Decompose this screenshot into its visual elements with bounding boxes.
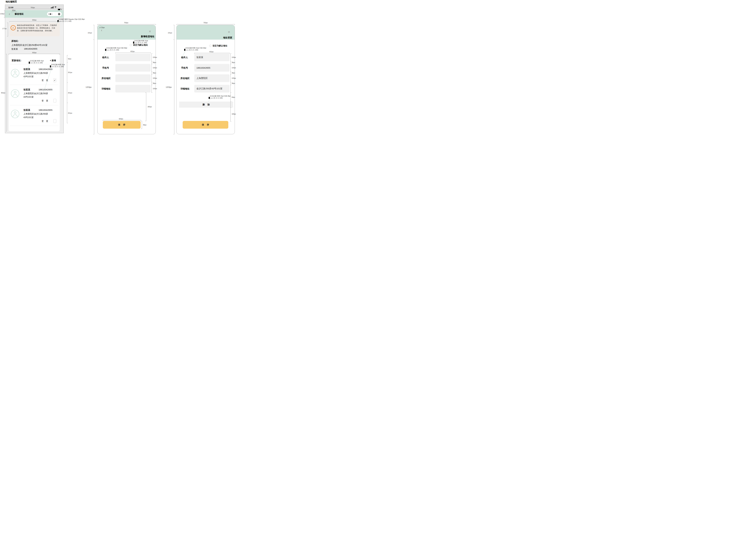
capsule-divider	[55, 13, 55, 15]
default-address-radio[interactable]	[130, 44, 132, 46]
change-checkbox[interactable]: ✓	[53, 78, 56, 82]
region-input[interactable]	[115, 74, 151, 82]
delete-button[interactable]: 删 除	[179, 102, 233, 108]
detail-input[interactable]: 金沙江路250弄43号101室	[194, 85, 230, 93]
field-label-recipient: 收件人	[181, 56, 188, 59]
dim-96px: 96px	[143, 124, 147, 126]
ruler-tick	[103, 120, 103, 121]
add-address-button[interactable]: + 新增	[50, 59, 56, 62]
original-address-label: 原地址:	[11, 40, 19, 43]
dim-365px: 365px	[148, 106, 152, 108]
region-input[interactable]: 上海普陀区	[194, 74, 230, 82]
ruler-tick	[230, 121, 231, 122]
dim-261px: 261px	[68, 112, 72, 114]
change-label[interactable]: 变 更	[42, 120, 49, 123]
ruler-tick	[141, 129, 142, 129]
default-address-radio[interactable]	[209, 45, 211, 47]
dim-650px-warning: 650px	[32, 19, 37, 21]
ruler-tick	[230, 72, 231, 72]
ruler-tick	[230, 108, 231, 108]
avatar-icon	[11, 69, 19, 77]
dim-1203px: 1203px	[86, 86, 91, 88]
save-button[interactable]: 保 存	[103, 121, 141, 129]
dim-261px: 261px	[68, 72, 72, 73]
phone1-nav-title: 修改地址	[15, 13, 24, 15]
cmyk-note: CMYK(0, 0, 0, 100)	[29, 62, 43, 64]
close-icon[interactable]: ✕	[149, 30, 151, 33]
cmyk-note: CMYK(0, 0, 0, 100)	[50, 65, 64, 67]
item-phone: 18618342655	[39, 109, 52, 111]
dim-177px: 177px	[2, 28, 7, 29]
phone2-title: 新增收货地址	[136, 35, 155, 38]
change-checkbox[interactable]	[53, 119, 56, 123]
phone3-title: 地址变更	[218, 36, 232, 39]
dim-100px: 100px	[232, 67, 236, 69]
save-button[interactable]: 保 存	[183, 121, 228, 129]
item-address-line1: 上海普陀区金沙江路250弄	[23, 92, 48, 95]
dim-100px: 100px	[232, 56, 236, 58]
dim-60px: 60px	[12, 9, 16, 11]
ruler-tick	[152, 82, 152, 82]
field-label-detail: 详细地址	[181, 87, 190, 90]
item-name: 张某某	[23, 109, 30, 112]
item-name: 张某某	[23, 88, 30, 91]
change-checkbox[interactable]	[53, 99, 56, 103]
dim-36px: 36px	[153, 82, 156, 84]
close-icon[interactable]: ✕	[228, 30, 230, 34]
ruler-tick	[115, 53, 116, 54]
ruler-tick	[152, 74, 152, 75]
field-label-phone: 手机号	[102, 67, 109, 69]
ruler-tick	[12, 12, 12, 13]
dim-261px: 261px	[68, 92, 72, 94]
address-list-item[interactable]: 张某某 18618342655 上海普陀区金沙江路250弄 43号101室 变 …	[9, 105, 60, 126]
dim-104px: 104px	[0, 13, 5, 15]
dim-1203px: 1203px	[166, 86, 172, 88]
dim-36px: 36px	[232, 62, 235, 63]
dim-100px: 100px	[153, 88, 157, 90]
address-list-item[interactable]: 张某某 18618342655 上海普陀区金沙江路250弄 43号101室 变 …	[9, 85, 60, 105]
phone3-width-label: 750px	[203, 22, 208, 24]
change-label[interactable]: 变 更	[42, 79, 49, 82]
phone-input[interactable]: 18618342655	[194, 64, 230, 72]
item-address-line2: 43号101室	[23, 116, 34, 119]
ruler-tick	[156, 24, 156, 25]
ruler	[230, 54, 231, 121]
recipient-input[interactable]: 张某某	[194, 54, 230, 61]
dim-191px: 191px	[88, 32, 92, 34]
detail-input[interactable]	[115, 85, 151, 93]
wifi-icon	[54, 6, 57, 8]
item-address-line2: 43号101室	[23, 96, 34, 98]
dim-36px: 36px	[153, 72, 156, 74]
ruler-tick	[67, 123, 68, 123]
original-address-name: 张某某	[11, 48, 18, 51]
change-label[interactable]: 变 更	[42, 100, 49, 102]
phone-input[interactable]	[115, 64, 151, 72]
ruler	[146, 93, 146, 121]
more-menu-icon[interactable]	[49, 13, 52, 15]
status-time: 12:00	[8, 6, 13, 9]
dim-453px: 453px	[130, 51, 135, 52]
back-icon[interactable]: ‹	[9, 12, 10, 16]
ruler-tick	[4, 10, 5, 10]
phone1-width-label: 750px	[31, 7, 35, 8]
avatar-icon	[11, 110, 19, 118]
ruler	[94, 25, 94, 134]
dim-36px: 36px	[153, 62, 156, 63]
cmyk-note: CMYK(0, 0, 0, 100)	[105, 49, 119, 51]
exit-target-icon[interactable]	[58, 13, 60, 15]
miniprogram-capsule[interactable]	[47, 12, 62, 16]
page-title: 地址编辑页	[6, 0, 17, 3]
swap-title: 更换地址:	[12, 59, 21, 62]
dim-191px: 191px	[168, 32, 172, 34]
signal-icon	[51, 6, 54, 8]
cmyk-note: CMYK(0, 0, 0, 100)	[209, 97, 223, 99]
recipient-input[interactable]	[115, 54, 151, 61]
field-label-detail: 详细地址	[102, 87, 111, 90]
dim-36px: 36px	[232, 82, 235, 84]
field-label-region: 所在地区	[102, 77, 111, 80]
dim-100px: 100px	[153, 56, 157, 58]
dim-100px: 100px	[153, 77, 157, 79]
original-address-value: 上海普陀区金沙江路250弄43号101室	[11, 44, 47, 47]
back-icon[interactable]: ‹	[101, 28, 102, 32]
ruler-tick	[7, 23, 8, 23]
